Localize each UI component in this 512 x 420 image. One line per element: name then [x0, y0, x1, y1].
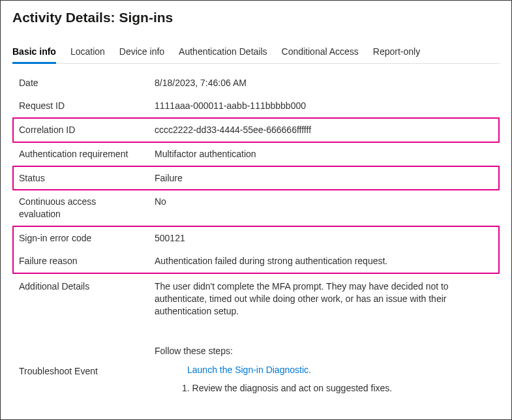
label-request-id: Request ID [12, 95, 142, 117]
callout-status: Status Failure [12, 166, 500, 191]
tab-report-only[interactable]: Report-only [373, 42, 420, 64]
troubleshoot-steps: Launch the Sign-in Diagnostic. 1. Review… [155, 364, 497, 395]
value-correlation-id: cccc2222-dd33-4444-55ee-666666ffffff [149, 119, 498, 142]
value-auth-requirement: Multifactor authentication [148, 143, 500, 166]
label-auth-requirement: Authentication requirement [12, 143, 142, 166]
value-request-id: 1111aaa-000011-aabb-111bbbbb000 [148, 95, 500, 117]
label-date: Date [12, 72, 142, 95]
label-troubleshoot-event: Troubleshoot Event [12, 360, 142, 383]
tabs: Basic info Location Device info Authenti… [12, 42, 500, 64]
activity-details-panel: Activity Details: Sign-ins Basic info Lo… [1, 1, 511, 420]
value-additional-details: The user didn't complete the MFA prompt.… [148, 275, 500, 323]
value-status: Failure [149, 167, 498, 190]
value-date: 8/18/2023, 7:46:06 AM [148, 72, 500, 95]
details-grid: Date 8/18/2023, 7:46:06 AM Request ID 11… [12, 72, 500, 420]
tab-conditional-access[interactable]: Conditional Access [282, 42, 359, 64]
value-failure-reason: Authentication failed during strong auth… [149, 250, 498, 273]
label-correlation-id: Correlation ID [14, 119, 143, 142]
value-troubleshoot-event: Follow these steps: Launch the Sign-in D… [148, 342, 500, 400]
launch-signin-diagnostic-link[interactable]: Launch the Sign-in Diagnostic. [187, 364, 497, 376]
label-cae: Continuous access evaluation [12, 190, 142, 226]
label-error-code: Sign-in error code [14, 227, 143, 250]
callout-error-and-reason: Sign-in error code 500121 Failure reason… [12, 226, 500, 274]
value-cae: No [148, 190, 500, 226]
troubleshoot-step-1: 1. Review the diagnosis and act on sugge… [182, 382, 497, 395]
troubleshoot-intro: Follow these steps: [155, 345, 497, 357]
tab-authentication-details[interactable]: Authentication Details [179, 42, 267, 64]
tab-location[interactable]: Location [70, 42, 105, 64]
label-status: Status [14, 167, 143, 190]
label-failure-reason: Failure reason [14, 250, 143, 273]
page-title: Activity Details: Sign-ins [12, 10, 500, 25]
callout-correlation-id: Correlation ID cccc2222-dd33-4444-55ee-6… [12, 117, 500, 143]
tab-basic-info[interactable]: Basic info [12, 42, 56, 64]
value-error-code: 500121 [149, 227, 498, 250]
tab-device-info[interactable]: Device info [119, 42, 164, 64]
label-additional-details: Additional Details [12, 275, 142, 323]
